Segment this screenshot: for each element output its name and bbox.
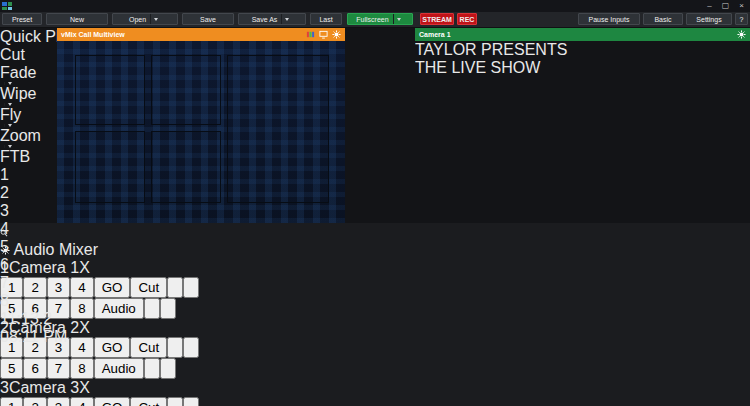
main-toolbar: Preset New Open Save Save As Last Fullsc… xyxy=(0,12,750,28)
lower-third-graphic: TAYLOR PRESENTS THE LIVE SHOW xyxy=(415,41,750,77)
overlay-channel-6[interactable]: 6 xyxy=(0,256,750,274)
window-minimize-button[interactable]: – xyxy=(707,1,711,11)
input-title-bar[interactable]: 3Camera 3X xyxy=(0,379,750,397)
input-controls-row: 5678Audio xyxy=(0,358,750,379)
overlay-toggle-2[interactable]: 2 xyxy=(23,397,46,406)
fade-label: Fade xyxy=(0,64,36,81)
multiview-tile xyxy=(75,131,145,203)
lower-third-title: THE LIVE SHOW xyxy=(415,59,750,77)
record-dot-icon-button[interactable] xyxy=(160,358,176,379)
preview-video[interactable] xyxy=(57,41,345,223)
pause-icon-button[interactable] xyxy=(183,397,199,406)
overlay-toggle-1[interactable]: 1 xyxy=(0,397,23,406)
multiview-tile xyxy=(151,55,221,125)
zoom-label: Zoom xyxy=(0,127,41,144)
preview-monitor: vMix Call Multiview xyxy=(57,28,345,223)
vmix-app: – ▢ × Preset New Open Save Save As Last … xyxy=(0,0,750,406)
multiview-tile xyxy=(151,131,221,203)
close-input-button[interactable]: X xyxy=(79,379,90,396)
audio-button[interactable]: Audio xyxy=(94,358,144,379)
last-button[interactable]: Last xyxy=(310,13,342,25)
cut-button[interactable]: Cut xyxy=(130,397,167,406)
overlay-toggle-8[interactable]: 8 xyxy=(70,358,93,379)
open-button[interactable]: Open xyxy=(112,13,178,25)
fullscreen-button[interactable]: Fullscreen xyxy=(347,13,413,25)
overlay-toggle-7[interactable]: 7 xyxy=(47,358,70,379)
overlay-toggle-4[interactable]: 4 xyxy=(70,397,93,406)
fullscreen-label: Fullscreen xyxy=(356,16,388,23)
multiview-tile xyxy=(227,55,329,203)
input-number: 3 xyxy=(0,379,9,396)
preset-button[interactable]: Preset xyxy=(2,13,42,25)
colorbars-icon[interactable] xyxy=(305,30,315,40)
program-title-bar: Camera 1 xyxy=(415,28,750,41)
go-button[interactable]: GO xyxy=(94,397,131,406)
input-slot: 3Camera 3X1234GOCut5678Audio xyxy=(0,379,750,406)
monitor-icon[interactable] xyxy=(318,30,328,40)
fly-label: Fly xyxy=(0,106,21,123)
pause-inputs-button[interactable]: Pause Inputs xyxy=(578,13,640,25)
overlay-channel-5[interactable]: 5 xyxy=(0,238,750,256)
overlay-channel-7[interactable]: 7 xyxy=(0,274,750,292)
window-close-button[interactable]: × xyxy=(739,1,744,11)
new-button[interactable]: New xyxy=(46,13,108,25)
gear-icon[interactable] xyxy=(331,30,341,40)
open-dropdown[interactable] xyxy=(150,14,161,24)
save-button[interactable]: Save xyxy=(182,13,234,25)
preview-title: vMix Call Multiview xyxy=(61,31,125,38)
program-title: Camera 1 xyxy=(419,31,451,38)
overlay-toggle-3[interactable]: 3 xyxy=(47,397,70,406)
current-time: 08:11 PM xyxy=(0,328,750,346)
chevron-down-icon xyxy=(154,18,158,21)
open-label: Open xyxy=(129,16,146,23)
multiview-tile xyxy=(75,55,145,125)
chevron-down-icon xyxy=(285,18,289,21)
fullscreen-icon-button[interactable] xyxy=(144,358,160,379)
basic-button[interactable]: Basic xyxy=(643,13,683,25)
save-as-label: Save As xyxy=(252,16,278,23)
help-button[interactable]: ? xyxy=(735,13,748,25)
input-controls-row: 1234GOCut xyxy=(0,397,750,406)
overlay-toggle-6[interactable]: 6 xyxy=(23,358,46,379)
wipe-label: Wipe xyxy=(0,85,36,102)
countdown-timer: 11:13.2 xyxy=(0,310,750,328)
program-video[interactable]: TAYLOR PRESENTS THE LIVE SHOW xyxy=(415,41,750,223)
rec-status-badge: REC xyxy=(457,13,477,25)
save-as-button[interactable]: Save As xyxy=(238,13,306,25)
stream-status-badge: STREAM xyxy=(420,13,454,25)
input-title: Camera 3 xyxy=(9,379,79,396)
preview-title-bar: vMix Call Multiview xyxy=(57,28,345,41)
window-titlebar: – ▢ × xyxy=(0,0,750,12)
loop-icon-button[interactable] xyxy=(167,397,183,406)
save-as-dropdown[interactable] xyxy=(281,14,292,24)
overlay-toggle-5[interactable]: 5 xyxy=(0,358,23,379)
program-monitor: Camera 1 TAYLOR PRESENTS THE LIVE SHOW xyxy=(415,28,750,223)
lower-third-kicker: TAYLOR PRESENTS xyxy=(415,41,750,59)
clock-panel: 11:13.2 08:11 PM xyxy=(0,310,750,346)
vmix-logo-icon xyxy=(2,2,12,10)
overlay-channel-8[interactable]: 8 xyxy=(0,292,750,310)
window-maximize-button[interactable]: ▢ xyxy=(722,1,730,11)
chevron-down-icon xyxy=(397,18,401,21)
monitors-area: vMix Call Multiview Quick Play Cut Fade … xyxy=(0,28,750,223)
settings-button[interactable]: Settings xyxy=(686,13,732,25)
gear-icon[interactable] xyxy=(736,30,746,40)
fullscreen-dropdown[interactable] xyxy=(393,14,404,24)
